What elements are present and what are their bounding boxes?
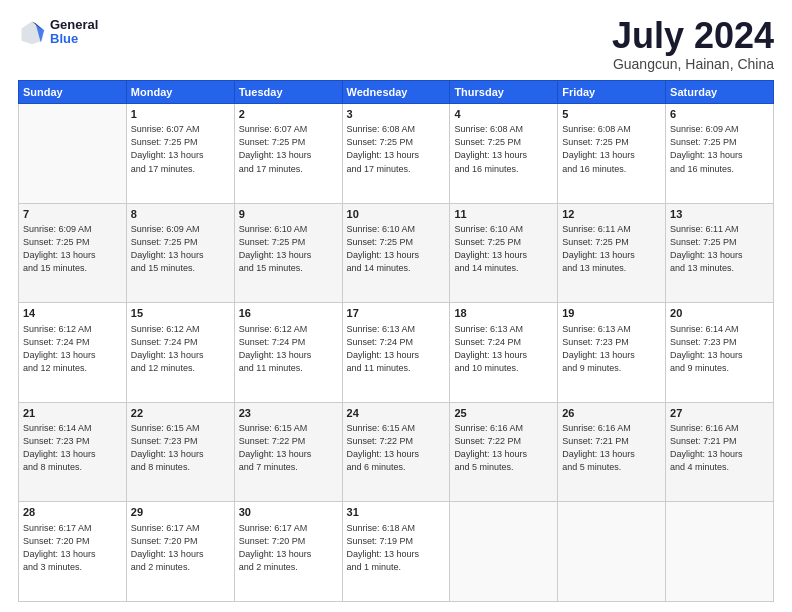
day-cell: 21Sunrise: 6:14 AM Sunset: 7:23 PM Dayli… xyxy=(19,402,127,502)
day-info: Sunrise: 6:17 AM Sunset: 7:20 PM Dayligh… xyxy=(131,522,230,574)
day-cell: 11Sunrise: 6:10 AM Sunset: 7:25 PM Dayli… xyxy=(450,203,558,303)
day-number: 12 xyxy=(562,207,661,222)
title-block: July 2024 Guangcun, Hainan, China xyxy=(612,18,774,72)
day-info: Sunrise: 6:10 AM Sunset: 7:25 PM Dayligh… xyxy=(454,223,553,275)
day-cell: 8Sunrise: 6:09 AM Sunset: 7:25 PM Daylig… xyxy=(126,203,234,303)
day-number: 26 xyxy=(562,406,661,421)
col-thursday: Thursday xyxy=(450,81,558,104)
day-cell: 3Sunrise: 6:08 AM Sunset: 7:25 PM Daylig… xyxy=(342,104,450,204)
day-cell xyxy=(450,502,558,602)
day-cell: 20Sunrise: 6:14 AM Sunset: 7:23 PM Dayli… xyxy=(666,303,774,403)
day-info: Sunrise: 6:08 AM Sunset: 7:25 PM Dayligh… xyxy=(454,123,553,175)
day-number: 16 xyxy=(239,306,338,321)
day-info: Sunrise: 6:15 AM Sunset: 7:23 PM Dayligh… xyxy=(131,422,230,474)
day-info: Sunrise: 6:13 AM Sunset: 7:24 PM Dayligh… xyxy=(454,323,553,375)
col-monday: Monday xyxy=(126,81,234,104)
day-cell: 2Sunrise: 6:07 AM Sunset: 7:25 PM Daylig… xyxy=(234,104,342,204)
day-number: 13 xyxy=(670,207,769,222)
logo-text: General Blue xyxy=(50,18,98,47)
day-cell: 29Sunrise: 6:17 AM Sunset: 7:20 PM Dayli… xyxy=(126,502,234,602)
day-info: Sunrise: 6:09 AM Sunset: 7:25 PM Dayligh… xyxy=(131,223,230,275)
day-info: Sunrise: 6:14 AM Sunset: 7:23 PM Dayligh… xyxy=(23,422,122,474)
day-number: 31 xyxy=(347,505,446,520)
day-cell xyxy=(666,502,774,602)
day-info: Sunrise: 6:07 AM Sunset: 7:25 PM Dayligh… xyxy=(239,123,338,175)
day-cell: 7Sunrise: 6:09 AM Sunset: 7:25 PM Daylig… xyxy=(19,203,127,303)
location: Guangcun, Hainan, China xyxy=(612,56,774,72)
day-cell: 14Sunrise: 6:12 AM Sunset: 7:24 PM Dayli… xyxy=(19,303,127,403)
day-cell: 18Sunrise: 6:13 AM Sunset: 7:24 PM Dayli… xyxy=(450,303,558,403)
day-number: 2 xyxy=(239,107,338,122)
day-info: Sunrise: 6:18 AM Sunset: 7:19 PM Dayligh… xyxy=(347,522,446,574)
week-row-5: 28Sunrise: 6:17 AM Sunset: 7:20 PM Dayli… xyxy=(19,502,774,602)
day-info: Sunrise: 6:17 AM Sunset: 7:20 PM Dayligh… xyxy=(239,522,338,574)
day-info: Sunrise: 6:13 AM Sunset: 7:24 PM Dayligh… xyxy=(347,323,446,375)
day-number: 22 xyxy=(131,406,230,421)
day-cell: 1Sunrise: 6:07 AM Sunset: 7:25 PM Daylig… xyxy=(126,104,234,204)
week-row-4: 21Sunrise: 6:14 AM Sunset: 7:23 PM Dayli… xyxy=(19,402,774,502)
day-number: 7 xyxy=(23,207,122,222)
day-number: 19 xyxy=(562,306,661,321)
day-number: 1 xyxy=(131,107,230,122)
day-number: 17 xyxy=(347,306,446,321)
day-info: Sunrise: 6:12 AM Sunset: 7:24 PM Dayligh… xyxy=(239,323,338,375)
day-cell: 30Sunrise: 6:17 AM Sunset: 7:20 PM Dayli… xyxy=(234,502,342,602)
day-info: Sunrise: 6:07 AM Sunset: 7:25 PM Dayligh… xyxy=(131,123,230,175)
day-number: 30 xyxy=(239,505,338,520)
day-cell: 10Sunrise: 6:10 AM Sunset: 7:25 PM Dayli… xyxy=(342,203,450,303)
day-number: 6 xyxy=(670,107,769,122)
day-cell: 16Sunrise: 6:12 AM Sunset: 7:24 PM Dayli… xyxy=(234,303,342,403)
day-info: Sunrise: 6:15 AM Sunset: 7:22 PM Dayligh… xyxy=(347,422,446,474)
day-cell xyxy=(19,104,127,204)
day-info: Sunrise: 6:12 AM Sunset: 7:24 PM Dayligh… xyxy=(131,323,230,375)
day-cell: 9Sunrise: 6:10 AM Sunset: 7:25 PM Daylig… xyxy=(234,203,342,303)
col-friday: Friday xyxy=(558,81,666,104)
day-info: Sunrise: 6:08 AM Sunset: 7:25 PM Dayligh… xyxy=(347,123,446,175)
day-number: 23 xyxy=(239,406,338,421)
day-number: 10 xyxy=(347,207,446,222)
day-number: 27 xyxy=(670,406,769,421)
day-cell: 13Sunrise: 6:11 AM Sunset: 7:25 PM Dayli… xyxy=(666,203,774,303)
day-cell: 4Sunrise: 6:08 AM Sunset: 7:25 PM Daylig… xyxy=(450,104,558,204)
day-number: 14 xyxy=(23,306,122,321)
week-row-1: 1Sunrise: 6:07 AM Sunset: 7:25 PM Daylig… xyxy=(19,104,774,204)
day-info: Sunrise: 6:09 AM Sunset: 7:25 PM Dayligh… xyxy=(670,123,769,175)
day-info: Sunrise: 6:10 AM Sunset: 7:25 PM Dayligh… xyxy=(347,223,446,275)
day-number: 15 xyxy=(131,306,230,321)
calendar-table: Sunday Monday Tuesday Wednesday Thursday… xyxy=(18,80,774,602)
day-number: 21 xyxy=(23,406,122,421)
day-cell: 19Sunrise: 6:13 AM Sunset: 7:23 PM Dayli… xyxy=(558,303,666,403)
day-cell xyxy=(558,502,666,602)
day-info: Sunrise: 6:14 AM Sunset: 7:23 PM Dayligh… xyxy=(670,323,769,375)
logo: General Blue xyxy=(18,18,98,47)
week-row-3: 14Sunrise: 6:12 AM Sunset: 7:24 PM Dayli… xyxy=(19,303,774,403)
day-number: 24 xyxy=(347,406,446,421)
col-wednesday: Wednesday xyxy=(342,81,450,104)
col-saturday: Saturday xyxy=(666,81,774,104)
day-number: 18 xyxy=(454,306,553,321)
day-number: 28 xyxy=(23,505,122,520)
day-cell: 12Sunrise: 6:11 AM Sunset: 7:25 PM Dayli… xyxy=(558,203,666,303)
day-cell: 6Sunrise: 6:09 AM Sunset: 7:25 PM Daylig… xyxy=(666,104,774,204)
day-number: 11 xyxy=(454,207,553,222)
day-cell: 15Sunrise: 6:12 AM Sunset: 7:24 PM Dayli… xyxy=(126,303,234,403)
day-info: Sunrise: 6:13 AM Sunset: 7:23 PM Dayligh… xyxy=(562,323,661,375)
day-cell: 31Sunrise: 6:18 AM Sunset: 7:19 PM Dayli… xyxy=(342,502,450,602)
logo-icon xyxy=(18,18,46,46)
day-cell: 5Sunrise: 6:08 AM Sunset: 7:25 PM Daylig… xyxy=(558,104,666,204)
day-info: Sunrise: 6:11 AM Sunset: 7:25 PM Dayligh… xyxy=(562,223,661,275)
day-cell: 25Sunrise: 6:16 AM Sunset: 7:22 PM Dayli… xyxy=(450,402,558,502)
col-sunday: Sunday xyxy=(19,81,127,104)
day-cell: 17Sunrise: 6:13 AM Sunset: 7:24 PM Dayli… xyxy=(342,303,450,403)
day-number: 9 xyxy=(239,207,338,222)
day-number: 8 xyxy=(131,207,230,222)
day-info: Sunrise: 6:12 AM Sunset: 7:24 PM Dayligh… xyxy=(23,323,122,375)
calendar-header: Sunday Monday Tuesday Wednesday Thursday… xyxy=(19,81,774,104)
day-number: 4 xyxy=(454,107,553,122)
page: General Blue July 2024 Guangcun, Hainan,… xyxy=(0,0,792,612)
day-cell: 23Sunrise: 6:15 AM Sunset: 7:22 PM Dayli… xyxy=(234,402,342,502)
day-number: 5 xyxy=(562,107,661,122)
day-info: Sunrise: 6:17 AM Sunset: 7:20 PM Dayligh… xyxy=(23,522,122,574)
header: General Blue July 2024 Guangcun, Hainan,… xyxy=(18,18,774,72)
day-info: Sunrise: 6:09 AM Sunset: 7:25 PM Dayligh… xyxy=(23,223,122,275)
